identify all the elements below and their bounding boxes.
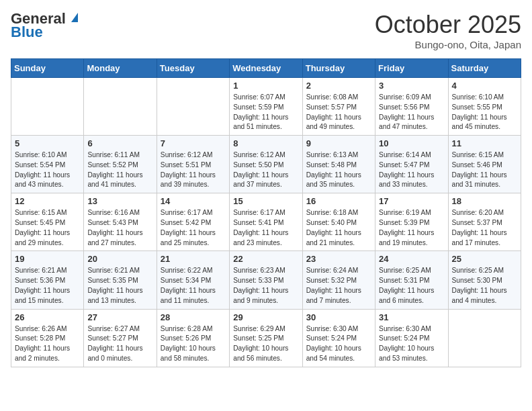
day-number: 27	[87, 312, 152, 322]
day-number: 3	[379, 81, 444, 91]
calendar-cell: 24Sunrise: 6:25 AM Sunset: 5:31 PM Dayli…	[375, 251, 448, 309]
day-number: 24	[379, 254, 444, 264]
calendar-cell: 20Sunrise: 6:21 AM Sunset: 5:35 PM Dayli…	[84, 251, 157, 309]
day-info: Sunrise: 6:30 AM Sunset: 5:24 PM Dayligh…	[379, 324, 444, 364]
calendar-cell: 4Sunrise: 6:10 AM Sunset: 5:55 PM Daylig…	[448, 78, 521, 136]
day-number: 6	[87, 138, 152, 148]
calendar-cell: 14Sunrise: 6:17 AM Sunset: 5:42 PM Dayli…	[157, 193, 229, 251]
day-number: 20	[87, 254, 152, 264]
day-number: 12	[15, 196, 80, 206]
calendar-cell: 27Sunrise: 6:27 AM Sunset: 5:27 PM Dayli…	[84, 309, 157, 367]
weekday-header-saturday: Saturday	[448, 59, 521, 78]
day-number: 2	[306, 81, 371, 91]
day-number: 18	[452, 196, 517, 206]
day-info: Sunrise: 6:17 AM Sunset: 5:41 PM Dayligh…	[233, 208, 298, 248]
day-number: 8	[233, 138, 298, 148]
day-info: Sunrise: 6:23 AM Sunset: 5:33 PM Dayligh…	[233, 266, 298, 306]
day-number: 1	[233, 81, 298, 91]
weekday-header-friday: Friday	[375, 59, 448, 78]
weekday-header-monday: Monday	[84, 59, 157, 78]
day-number: 17	[379, 196, 444, 206]
weekday-header-tuesday: Tuesday	[157, 59, 229, 78]
calendar-cell	[84, 78, 157, 136]
day-info: Sunrise: 6:25 AM Sunset: 5:30 PM Dayligh…	[452, 266, 517, 306]
calendar-cell: 9Sunrise: 6:13 AM Sunset: 5:48 PM Daylig…	[302, 136, 375, 193]
calendar-week-row: 26Sunrise: 6:26 AM Sunset: 5:28 PM Dayli…	[11, 309, 521, 367]
calendar-cell: 23Sunrise: 6:24 AM Sunset: 5:32 PM Dayli…	[302, 251, 375, 309]
day-info: Sunrise: 6:10 AM Sunset: 5:54 PM Dayligh…	[15, 150, 80, 190]
month-title: October 2025	[375, 11, 521, 39]
calendar-cell: 8Sunrise: 6:12 AM Sunset: 5:50 PM Daylig…	[230, 136, 302, 193]
calendar-cell: 12Sunrise: 6:15 AM Sunset: 5:45 PM Dayli…	[11, 193, 84, 251]
calendar-cell: 18Sunrise: 6:20 AM Sunset: 5:37 PM Dayli…	[448, 193, 521, 251]
day-info: Sunrise: 6:19 AM Sunset: 5:39 PM Dayligh…	[379, 208, 444, 248]
calendar-week-row: 19Sunrise: 6:21 AM Sunset: 5:36 PM Dayli…	[11, 251, 521, 309]
day-number: 14	[161, 196, 226, 206]
day-number: 30	[306, 312, 371, 322]
calendar-cell: 1Sunrise: 6:07 AM Sunset: 5:59 PM Daylig…	[230, 78, 302, 136]
calendar-cell: 16Sunrise: 6:18 AM Sunset: 5:40 PM Dayli…	[302, 193, 375, 251]
day-info: Sunrise: 6:22 AM Sunset: 5:34 PM Dayligh…	[161, 266, 226, 306]
day-info: Sunrise: 6:08 AM Sunset: 5:57 PM Dayligh…	[306, 93, 371, 132]
calendar-cell: 3Sunrise: 6:09 AM Sunset: 5:56 PM Daylig…	[375, 78, 448, 136]
day-info: Sunrise: 6:24 AM Sunset: 5:32 PM Dayligh…	[306, 266, 371, 306]
day-info: Sunrise: 6:15 AM Sunset: 5:46 PM Dayligh…	[452, 150, 517, 190]
day-number: 19	[15, 254, 80, 264]
day-info: Sunrise: 6:27 AM Sunset: 5:27 PM Dayligh…	[87, 324, 152, 364]
calendar-cell: 5Sunrise: 6:10 AM Sunset: 5:54 PM Daylig…	[11, 136, 84, 193]
day-info: Sunrise: 6:29 AM Sunset: 5:25 PM Dayligh…	[233, 324, 298, 364]
day-number: 5	[15, 138, 80, 148]
calendar-cell: 10Sunrise: 6:14 AM Sunset: 5:47 PM Dayli…	[375, 136, 448, 193]
day-number: 11	[452, 138, 517, 148]
day-info: Sunrise: 6:26 AM Sunset: 5:28 PM Dayligh…	[15, 324, 80, 364]
location-title: Bungo-ono, Oita, Japan	[375, 39, 521, 50]
day-info: Sunrise: 6:25 AM Sunset: 5:31 PM Dayligh…	[379, 266, 444, 306]
day-info: Sunrise: 6:07 AM Sunset: 5:59 PM Dayligh…	[233, 93, 298, 132]
title-block: October 2025 Bungo-ono, Oita, Japan	[375, 11, 521, 50]
calendar-cell: 17Sunrise: 6:19 AM Sunset: 5:39 PM Dayli…	[375, 193, 448, 251]
day-number: 10	[379, 138, 444, 148]
calendar-cell: 28Sunrise: 6:28 AM Sunset: 5:26 PM Dayli…	[157, 309, 229, 367]
day-info: Sunrise: 6:21 AM Sunset: 5:35 PM Dayligh…	[87, 266, 152, 306]
calendar-week-row: 12Sunrise: 6:15 AM Sunset: 5:45 PM Dayli…	[11, 193, 521, 251]
calendar-week-row: 1Sunrise: 6:07 AM Sunset: 5:59 PM Daylig…	[11, 78, 521, 136]
day-info: Sunrise: 6:09 AM Sunset: 5:56 PM Dayligh…	[379, 93, 444, 132]
calendar-cell: 25Sunrise: 6:25 AM Sunset: 5:30 PM Dayli…	[448, 251, 521, 309]
day-info: Sunrise: 6:28 AM Sunset: 5:26 PM Dayligh…	[161, 324, 226, 364]
day-info: Sunrise: 6:12 AM Sunset: 5:50 PM Dayligh…	[233, 150, 298, 190]
day-info: Sunrise: 6:15 AM Sunset: 5:45 PM Dayligh…	[15, 208, 80, 248]
calendar-cell: 21Sunrise: 6:22 AM Sunset: 5:34 PM Dayli…	[157, 251, 229, 309]
day-number: 25	[452, 254, 517, 264]
calendar-cell: 7Sunrise: 6:12 AM Sunset: 5:51 PM Daylig…	[157, 136, 229, 193]
calendar-cell: 26Sunrise: 6:26 AM Sunset: 5:28 PM Dayli…	[11, 309, 84, 367]
weekday-header-sunday: Sunday	[11, 59, 84, 78]
day-info: Sunrise: 6:17 AM Sunset: 5:42 PM Dayligh…	[161, 208, 226, 248]
calendar-cell: 6Sunrise: 6:11 AM Sunset: 5:52 PM Daylig…	[84, 136, 157, 193]
day-number: 31	[379, 312, 444, 322]
day-info: Sunrise: 6:12 AM Sunset: 5:51 PM Dayligh…	[161, 150, 226, 190]
calendar-cell: 22Sunrise: 6:23 AM Sunset: 5:33 PM Dayli…	[230, 251, 302, 309]
calendar-cell: 13Sunrise: 6:16 AM Sunset: 5:43 PM Dayli…	[84, 193, 157, 251]
day-number: 22	[233, 254, 298, 264]
day-info: Sunrise: 6:30 AM Sunset: 5:24 PM Dayligh…	[306, 324, 371, 364]
calendar-cell: 15Sunrise: 6:17 AM Sunset: 5:41 PM Dayli…	[230, 193, 302, 251]
day-number: 28	[161, 312, 226, 322]
day-number: 16	[306, 196, 371, 206]
calendar-cell: 19Sunrise: 6:21 AM Sunset: 5:36 PM Dayli…	[11, 251, 84, 309]
calendar-cell: 11Sunrise: 6:15 AM Sunset: 5:46 PM Dayli…	[448, 136, 521, 193]
calendar-cell	[448, 309, 521, 367]
page-header: General Blue October 2025 Bungo-ono, Oit…	[11, 11, 521, 50]
day-info: Sunrise: 6:21 AM Sunset: 5:36 PM Dayligh…	[15, 266, 80, 306]
calendar-week-row: 5Sunrise: 6:10 AM Sunset: 5:54 PM Daylig…	[11, 136, 521, 193]
day-info: Sunrise: 6:20 AM Sunset: 5:37 PM Dayligh…	[452, 208, 517, 248]
calendar-cell: 30Sunrise: 6:30 AM Sunset: 5:24 PM Dayli…	[302, 309, 375, 367]
day-info: Sunrise: 6:10 AM Sunset: 5:55 PM Dayligh…	[452, 93, 517, 132]
calendar-cell	[11, 78, 84, 136]
calendar-cell: 29Sunrise: 6:29 AM Sunset: 5:25 PM Dayli…	[230, 309, 302, 367]
calendar-header-row: SundayMondayTuesdayWednesdayThursdayFrid…	[11, 59, 521, 78]
day-info: Sunrise: 6:13 AM Sunset: 5:48 PM Dayligh…	[306, 150, 371, 190]
day-number: 26	[15, 312, 80, 322]
calendar-table: SundayMondayTuesdayWednesdayThursdayFrid…	[11, 58, 521, 367]
day-number: 4	[452, 81, 517, 91]
day-info: Sunrise: 6:16 AM Sunset: 5:43 PM Dayligh…	[87, 208, 152, 248]
